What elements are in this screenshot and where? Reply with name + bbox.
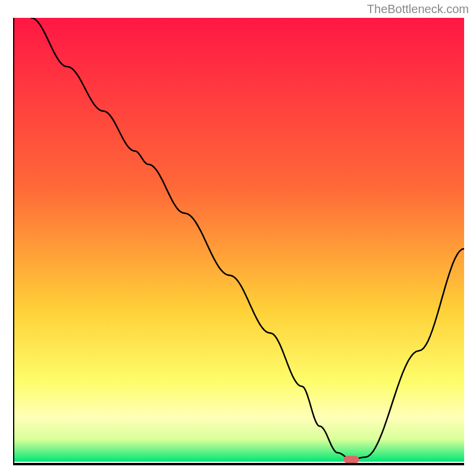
optimal-marker (344, 456, 359, 463)
gradient-background (13, 18, 464, 462)
watermark-text: TheBottleneck.com (367, 2, 469, 16)
chart-svg (13, 18, 464, 465)
chart-container (13, 18, 464, 465)
